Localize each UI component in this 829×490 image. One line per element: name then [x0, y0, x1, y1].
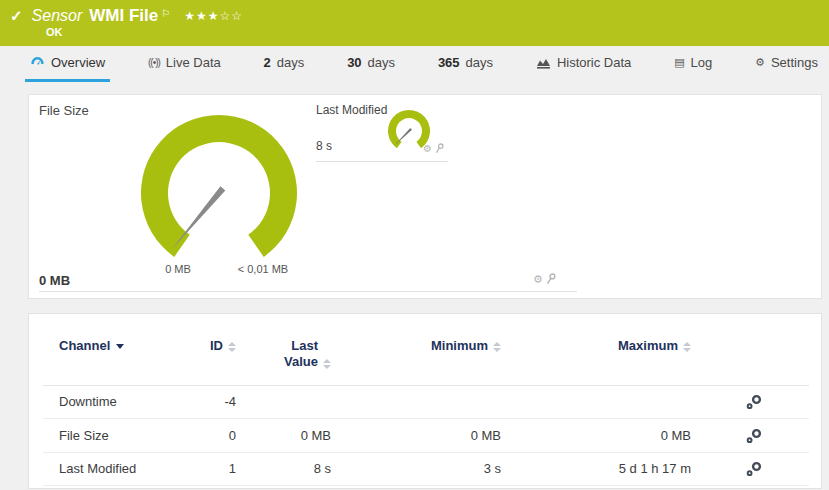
sensor-name: WMI File: [89, 6, 158, 26]
cell-last-value: 8 s: [236, 452, 331, 486]
gauge-block-divider: [39, 291, 577, 292]
column-label: ID: [210, 338, 223, 353]
cell-last-value: 0 MB: [236, 419, 331, 453]
cell-channel: File Size: [43, 419, 193, 453]
gauge-scale-max: < 0,01 MB: [218, 263, 308, 275]
tab-label: Settings: [771, 55, 818, 70]
tab-historic-data[interactable]: Historic Data: [531, 46, 636, 82]
column-label: Maximum: [618, 338, 678, 353]
cell-id: 1: [193, 452, 236, 486]
file-size-gauge-title: File Size: [39, 103, 89, 118]
gauge-icon: [30, 56, 45, 69]
broadcast-icon: ((•)): [148, 57, 160, 68]
column-label: Minimum: [431, 338, 488, 353]
cell-minimum: 3 s: [331, 452, 501, 486]
tab-label: days: [277, 55, 304, 70]
channels-panel: Channel ID Last Value Minimum Maximum: [28, 313, 822, 489]
file-size-current-value: 0 MB: [39, 273, 70, 288]
tab-2-days[interactable]: 2 days: [259, 46, 310, 82]
tab-label: Log: [691, 55, 713, 70]
cell-maximum: 5 d 1 h 17 m: [501, 452, 691, 486]
tab-365-days[interactable]: 365 days: [433, 46, 498, 82]
gauge-scale-min: 0 MB: [133, 263, 223, 275]
sensor-header: ✓ Sensor WMI File ⚐ ★★★☆☆ OK: [0, 0, 829, 46]
tab-bar: Overview ((•)) Live Data 2 days 30 days …: [0, 46, 829, 82]
gauge-corner-icons: ⚙: [423, 143, 444, 154]
tab-label: Overview: [51, 55, 105, 70]
tab-live-data[interactable]: ((•)) Live Data: [143, 46, 226, 82]
sensor-type-label: Sensor: [32, 7, 83, 25]
tab-label: days: [466, 55, 493, 70]
gauge-block-divider: [316, 161, 448, 162]
cell-minimum: 0 MB: [331, 419, 501, 453]
cell-minimum: [331, 385, 501, 419]
column-header-channel[interactable]: Channel: [43, 320, 193, 385]
gauge-settings-gear-icon[interactable]: ⚙: [423, 144, 432, 154]
last-modified-gauge-title: Last Modified: [316, 103, 387, 117]
tab-overview[interactable]: Overview: [25, 46, 110, 82]
channel-settings-gears-icon[interactable]: [746, 461, 763, 477]
gauge-settings-gear-icon[interactable]: ⚙: [533, 274, 543, 285]
status-badge: OK: [46, 26, 63, 38]
cell-maximum: [501, 385, 691, 419]
cell-channel: Downtime: [43, 385, 193, 419]
sort-icon: [228, 342, 236, 352]
sort-desc-icon: [116, 344, 124, 349]
gauges-panel: File Size 0 MB < 0,01 MB 0 MB ⚙ Last Mod…: [28, 94, 822, 299]
tab-number: 365: [438, 55, 460, 70]
channels-table: Channel ID Last Value Minimum Maximum: [43, 320, 809, 486]
table-row-file-size: File Size 0 0 MB 0 MB 0 MB: [43, 419, 809, 453]
column-header-id[interactable]: ID: [193, 320, 236, 385]
table-row-downtime: Downtime -4: [43, 385, 809, 419]
status-ok-check-icon: ✓: [10, 7, 23, 25]
log-icon: ▤: [674, 56, 684, 69]
tab-log[interactable]: ▤ Log: [669, 46, 717, 82]
sort-icon: [493, 342, 501, 352]
tab-label: days: [368, 55, 395, 70]
tab-label: Historic Data: [557, 55, 631, 70]
flag-icon[interactable]: ⚐: [161, 8, 170, 19]
channel-settings-gears-icon[interactable]: [746, 394, 763, 410]
column-label: Last Value: [276, 338, 318, 371]
tab-number: 30: [347, 55, 361, 70]
file-size-gauge: [129, 105, 309, 275]
pin-icon[interactable]: [435, 143, 444, 154]
column-header-maximum[interactable]: Maximum: [501, 320, 691, 385]
sort-icon: [683, 342, 691, 352]
cell-id: 0: [193, 419, 236, 453]
gear-icon: ⚙: [755, 56, 765, 69]
cell-last-value: [236, 385, 331, 419]
cell-id: -4: [193, 385, 236, 419]
column-label: Channel: [59, 338, 110, 353]
overview-content: File Size 0 MB < 0,01 MB 0 MB ⚙ Last Mod…: [0, 82, 829, 489]
table-row-last-modified: Last Modified 1 8 s 3 s 5 d 1 h 17 m: [43, 452, 809, 486]
last-modified-current-value: 8 s: [316, 139, 332, 153]
column-header-last-value[interactable]: Last Value: [236, 320, 331, 385]
tab-30-days[interactable]: 30 days: [342, 46, 400, 82]
pin-icon[interactable]: [546, 273, 556, 285]
cell-channel: Last Modified: [43, 452, 193, 486]
channel-settings-gears-icon[interactable]: [746, 428, 763, 444]
area-chart-icon: [536, 57, 551, 69]
tab-settings[interactable]: ⚙ Settings: [750, 46, 823, 82]
gauge-corner-icons: ⚙: [533, 273, 556, 285]
tab-number: 2: [264, 55, 271, 70]
priority-stars[interactable]: ★★★☆☆: [184, 9, 243, 23]
cell-maximum: 0 MB: [501, 419, 691, 453]
table-header-row: Channel ID Last Value Minimum Maximum: [43, 320, 809, 385]
tab-label: Live Data: [166, 55, 221, 70]
column-header-minimum[interactable]: Minimum: [331, 320, 501, 385]
sort-icon: [323, 359, 331, 369]
